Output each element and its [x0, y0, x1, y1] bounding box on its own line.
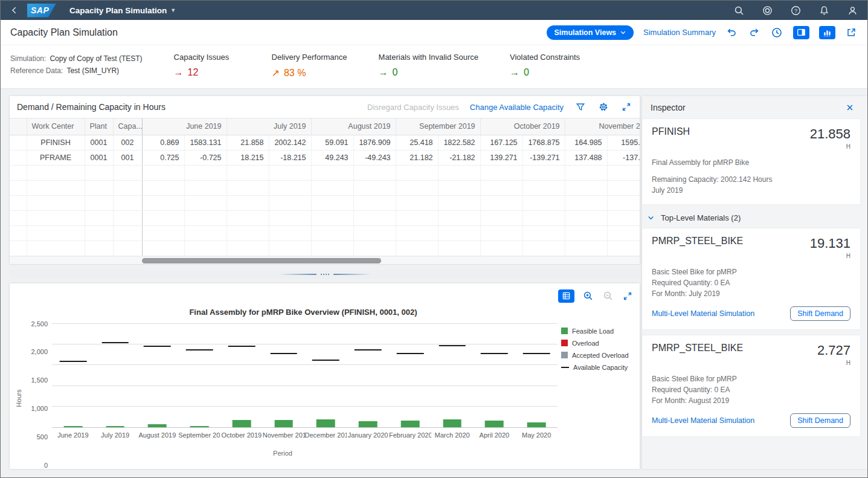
zoom-out-icon[interactable] — [602, 289, 614, 302]
table-cell: -0.725 — [184, 150, 227, 165]
horizontal-scrollbar[interactable] — [10, 256, 640, 264]
legend-item[interactable]: Feasible Load — [561, 328, 634, 335]
inspector-main-card[interactable]: PFINISH 21.858H Final Assembly for pMRP … — [642, 119, 860, 204]
column-header[interactable]: Work Center — [27, 118, 85, 135]
material-card[interactable]: PMRP_STEEL_BIKE 2.727H Basic Steel Bike … — [642, 335, 860, 436]
table-scroll-container[interactable]: Work CenterPlantCapa...June 2019July 201… — [10, 118, 640, 256]
expand-icon[interactable] — [622, 290, 634, 302]
settings-icon[interactable] — [597, 101, 609, 113]
column-header[interactable]: Capa... — [113, 118, 142, 135]
table-row[interactable]: PFRAME00010010.725-0.72518.215-18.21549.… — [10, 150, 640, 165]
available-capacity-line[interactable] — [523, 353, 550, 354]
month-column-header[interactable]: November 20 — [565, 118, 640, 135]
bar-feasible-load[interactable] — [106, 426, 124, 427]
change-available-capacity-button[interactable]: Change Available Capacity — [470, 103, 564, 112]
legend-item[interactable]: Overload — [561, 340, 634, 347]
kpi-capacity-issues[interactable]: Capacity Issues →12 — [174, 53, 240, 79]
available-capacity-line[interactable] — [270, 353, 297, 354]
close-icon[interactable] — [843, 101, 857, 114]
bar-feasible-load[interactable] — [64, 426, 83, 427]
bar-feasible-load[interactable] — [233, 420, 251, 427]
table-cell — [438, 180, 480, 195]
column-header[interactable] — [10, 118, 27, 135]
available-capacity-line[interactable] — [481, 353, 508, 354]
help-icon[interactable]: ? — [791, 5, 801, 16]
shift-demand-button[interactable]: Shift Demand — [790, 413, 850, 428]
bar-feasible-load[interactable] — [401, 421, 420, 427]
multi-level-material-simulation-link[interactable]: Multi-Level Material Simulation — [652, 309, 754, 318]
month-column-header[interactable]: August 2019 — [311, 118, 396, 135]
available-capacity-line[interactable] — [101, 342, 129, 343]
chart-legend: Feasible LoadOverloadAccepted OverloadAv… — [558, 324, 634, 466]
simulation-views-button[interactable]: Simulation Views — [547, 25, 634, 40]
available-capacity-line[interactable] — [144, 346, 171, 347]
material-card[interactable]: PMRP_STEEL_BIKE 19.131H Basic Steel Bike… — [642, 228, 860, 329]
available-capacity-line[interactable] — [439, 345, 466, 346]
bar-feasible-load[interactable] — [274, 420, 293, 427]
available-capacity-line[interactable] — [186, 349, 213, 350]
table-cell — [113, 165, 142, 180]
bar-feasible-load[interactable] — [485, 421, 504, 427]
inspector-panel: Inspector PFINISH 21.858H Final Assembly… — [641, 96, 867, 469]
bar-feasible-load[interactable] — [443, 419, 461, 427]
table-view-toggle-button[interactable] — [558, 289, 574, 303]
profile-icon[interactable] — [847, 5, 858, 16]
expand-icon[interactable] — [620, 101, 632, 113]
chart-slots — [52, 324, 558, 428]
table-cell — [311, 180, 353, 195]
legend-item[interactable]: Available Capacity — [561, 364, 634, 371]
table-cell — [396, 195, 438, 210]
scrollbar-thumb[interactable] — [142, 258, 381, 263]
shell-app-title[interactable]: Capacity Plan Simulation ▼ — [69, 6, 176, 15]
sap-logo: SAP — [27, 4, 56, 18]
month-column-header[interactable]: September 2019 — [396, 118, 480, 135]
legend-swatch — [561, 340, 568, 346]
table-cell — [311, 225, 353, 241]
bar-feasible-load[interactable] — [527, 422, 546, 427]
search-icon[interactable] — [734, 5, 744, 16]
table-cell — [607, 225, 640, 241]
top-level-materials-section[interactable]: Top-Level Materials (2) — [642, 207, 860, 228]
month-column-header[interactable]: July 2019 — [227, 118, 311, 135]
trend-arrow-icon: → — [379, 67, 388, 78]
column-header[interactable]: Plant — [85, 118, 113, 135]
bar-feasible-load[interactable] — [190, 426, 209, 427]
month-column-header[interactable]: June 2019 — [142, 118, 227, 135]
splitter-handle[interactable] — [10, 270, 640, 279]
month-column-header[interactable]: October 2019 — [480, 118, 565, 135]
bell-icon[interactable] — [819, 5, 829, 16]
bar-feasible-load[interactable] — [359, 421, 378, 427]
back-icon[interactable] — [10, 6, 19, 15]
available-capacity-line[interactable] — [60, 361, 87, 362]
table-cell — [396, 210, 438, 225]
copilot-icon[interactable] — [762, 5, 773, 16]
x-tick-label: June 2019 — [52, 431, 94, 439]
undo-icon[interactable] — [725, 26, 738, 39]
kpi-delivery-performance[interactable]: Delivery Performance ↗83 % — [272, 53, 347, 79]
table-cell — [565, 195, 607, 210]
kpi-materials-invalid-source[interactable]: Materials with Invalid Source →0 — [379, 53, 478, 79]
history-icon[interactable] — [770, 26, 783, 39]
multi-level-material-simulation-link[interactable]: Multi-Level Material Simulation — [652, 416, 754, 425]
reference-data-value: Test (SIM_UYR) — [66, 66, 119, 75]
bar-feasible-load[interactable] — [148, 424, 167, 427]
redo-icon[interactable] — [748, 26, 760, 39]
table-row[interactable]: PFINISH00010020.8691583.13121.8582002.14… — [10, 135, 640, 150]
shift-demand-button[interactable]: Shift Demand — [790, 306, 850, 321]
inspector-toggle-button[interactable] — [793, 26, 809, 39]
available-capacity-line[interactable] — [228, 346, 256, 347]
available-capacity-line[interactable] — [312, 360, 339, 361]
legend-item[interactable]: Accepted Overload — [561, 352, 634, 359]
table-cell — [396, 241, 438, 256]
x-tick-label: April 2020 — [474, 431, 516, 439]
kpi-violated-constraints[interactable]: Violated Constraints →0 — [510, 53, 580, 79]
chart-toggle-button[interactable] — [819, 26, 835, 39]
available-capacity-line[interactable] — [397, 353, 424, 354]
zoom-in-icon[interactable] — [582, 289, 594, 302]
filter-icon[interactable] — [574, 101, 587, 113]
bar-feasible-load[interactable] — [317, 419, 335, 427]
available-capacity-line[interactable] — [355, 349, 382, 350]
disregard-capacity-issues-button[interactable]: Disregard Capacity Issues — [367, 103, 459, 112]
open-in-new-window-icon[interactable] — [845, 26, 858, 39]
simulation-summary-link[interactable]: Simulation Summary — [643, 28, 716, 37]
